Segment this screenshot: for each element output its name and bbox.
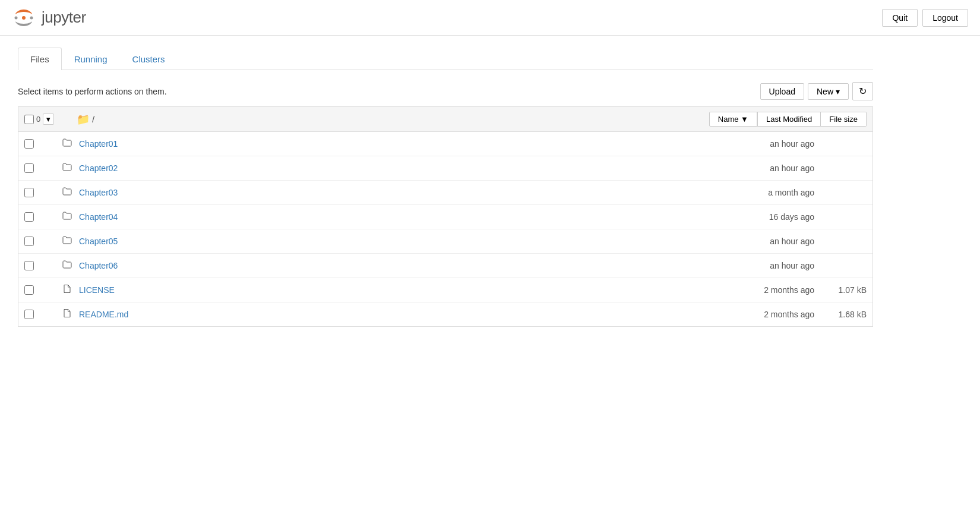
file-table: 0 ▾ 📁 / Name ▼ Last Modified File size — [18, 106, 873, 327]
logo-text: jupyter — [42, 8, 86, 27]
svg-point-0 — [22, 16, 26, 20]
tab-clusters[interactable]: Clusters — [120, 48, 178, 70]
item-count: 0 — [36, 115, 40, 124]
row-checkbox-3[interactable] — [24, 212, 34, 222]
breadcrumb-slash: / — [92, 114, 94, 124]
sort-modified-button[interactable]: Last Modified — [757, 112, 821, 127]
file-modified: 2 months ago — [696, 285, 814, 295]
file-modified: 16 days ago — [696, 212, 814, 222]
select-hint: Select items to perform actions on them. — [18, 87, 167, 96]
table-row: Chapter04 16 days ago — [18, 205, 872, 229]
folder-icon — [62, 162, 74, 174]
file-icon — [62, 284, 74, 296]
file-name-link[interactable]: Chapter06 — [79, 261, 691, 270]
main-content: Files Running Clusters Select items to p… — [0, 36, 891, 339]
table-row: Chapter02 an hour ago — [18, 156, 872, 181]
select-all-checkbox[interactable] — [24, 115, 34, 124]
table-row: Chapter05 an hour ago — [18, 229, 872, 254]
toolbar-right: Upload New ▾ ↻ — [760, 82, 873, 100]
row-checkbox-4[interactable] — [24, 237, 34, 246]
table-row: Chapter06 an hour ago — [18, 254, 872, 278]
tabs: Files Running Clusters — [18, 48, 873, 70]
folder-icon — [62, 260, 74, 272]
row-checkbox-6[interactable] — [24, 285, 34, 295]
header-buttons: Quit Logout — [882, 9, 968, 27]
tab-running[interactable]: Running — [62, 48, 120, 70]
folder-icon — [62, 235, 74, 247]
row-checkbox-5[interactable] — [24, 261, 34, 270]
file-modified: an hour ago — [696, 237, 814, 246]
file-size: 1.07 kB — [819, 285, 867, 295]
table-row: LICENSE 2 months ago 1.07 kB — [18, 278, 872, 302]
quit-button[interactable]: Quit — [882, 9, 918, 27]
row-checkbox-area — [24, 285, 58, 295]
folder-icon — [62, 138, 74, 150]
jupyter-logo-icon — [12, 6, 36, 30]
folder-icon — [62, 187, 74, 198]
row-checkbox-area — [24, 237, 58, 246]
file-name-link[interactable]: Chapter04 — [79, 212, 691, 222]
tab-files[interactable]: Files — [18, 48, 62, 70]
row-checkbox-area — [24, 163, 58, 173]
header-checkbox-area: 0 ▾ — [24, 114, 72, 125]
file-name-link[interactable]: Chapter02 — [79, 163, 691, 173]
file-modified: a month ago — [696, 188, 814, 197]
file-rows-container: Chapter01 an hour ago Chapter02 an hour … — [18, 132, 872, 326]
file-name-link[interactable]: README.md — [79, 310, 691, 319]
folder-icon — [62, 211, 74, 223]
logout-button[interactable]: Logout — [922, 9, 968, 27]
file-size: 1.68 kB — [819, 310, 867, 319]
header-row: 0 ▾ 📁 / Name ▼ Last Modified File size — [18, 107, 872, 131]
row-checkbox-area — [24, 261, 58, 270]
file-modified: 2 months ago — [696, 310, 814, 319]
row-checkbox-area — [24, 139, 58, 149]
header: jupyter Quit Logout — [0, 0, 980, 36]
new-button[interactable]: New ▾ — [808, 83, 849, 100]
row-checkbox-area — [24, 188, 58, 197]
table-row: README.md 2 months ago 1.68 kB — [18, 302, 872, 326]
row-checkbox-2[interactable] — [24, 188, 34, 197]
row-checkbox-area — [24, 310, 58, 319]
file-name-link[interactable]: Chapter03 — [79, 188, 691, 197]
file-table-header: 0 ▾ 📁 / Name ▼ Last Modified File size — [18, 107, 872, 132]
file-modified: an hour ago — [696, 261, 814, 270]
new-dropdown-arrow-icon: ▾ — [836, 87, 840, 96]
toolbar: Select items to perform actions on them.… — [18, 82, 873, 100]
file-icon — [62, 308, 74, 320]
table-row: Chapter03 a month ago — [18, 181, 872, 205]
refresh-button[interactable]: ↻ — [852, 82, 873, 100]
new-button-label: New — [817, 87, 833, 96]
row-checkbox-area — [24, 212, 58, 222]
row-checkbox-0[interactable] — [24, 139, 34, 149]
file-name-link[interactable]: Chapter01 — [79, 139, 691, 149]
logo-area: jupyter — [12, 6, 86, 30]
folder-icon: 📁 — [77, 113, 90, 126]
svg-point-2 — [30, 16, 33, 19]
file-name-link[interactable]: Chapter05 — [79, 237, 691, 246]
row-checkbox-1[interactable] — [24, 163, 34, 173]
folder-breadcrumb: 📁 / — [77, 113, 704, 126]
select-dropdown-button[interactable]: ▾ — [43, 114, 54, 125]
svg-point-1 — [15, 16, 18, 19]
file-modified: an hour ago — [696, 139, 814, 149]
row-checkbox-7[interactable] — [24, 310, 34, 319]
file-modified: an hour ago — [696, 163, 814, 173]
upload-button[interactable]: Upload — [760, 83, 804, 100]
table-row: Chapter01 an hour ago — [18, 132, 872, 156]
file-name-link[interactable]: LICENSE — [79, 285, 691, 295]
sort-size-button[interactable]: File size — [821, 112, 867, 127]
sort-name-button[interactable]: Name ▼ — [709, 112, 757, 127]
sort-buttons: Name ▼ Last Modified File size — [709, 112, 867, 127]
